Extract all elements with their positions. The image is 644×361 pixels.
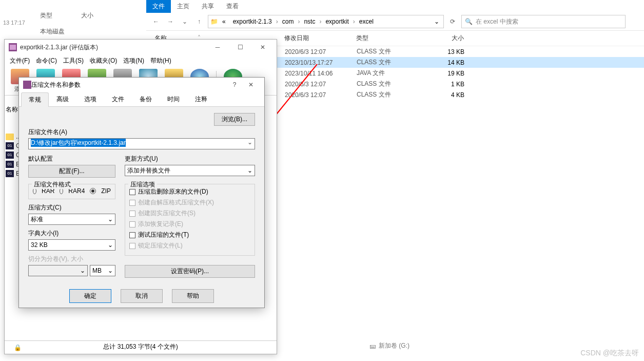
minimize-button[interactable]: ─ <box>208 42 227 53</box>
cancel-button[interactable]: 取消 <box>121 289 163 303</box>
drive-item[interactable]: 🖴 新加卷 (G:) <box>369 341 409 350</box>
archive-dialog: 压缩文件名和参数 ? ✕ 常规 高级 选项 文件 备份 时间 注释 浏览(B).… <box>18 77 265 308</box>
nav-back[interactable]: ← <box>150 16 162 27</box>
bg-size-label: 大小 <box>81 11 93 20</box>
tab-options[interactable]: 选项 <box>76 92 104 106</box>
search-icon: 🔍 <box>465 18 473 25</box>
split-size-select: ⌄ <box>28 265 88 276</box>
bc-pre[interactable]: « <box>219 17 229 26</box>
refresh-button[interactable]: ⟳ <box>447 16 458 27</box>
winrar-col-name[interactable]: 名称 <box>6 105 18 114</box>
update-mode-select[interactable]: 添加并替换文件⌄ <box>125 165 255 176</box>
tab-advanced[interactable]: 高级 <box>49 92 76 106</box>
tab-general[interactable]: 常规 <box>21 92 49 107</box>
password-button[interactable]: 设置密码(P)... <box>125 265 255 278</box>
radio-zip[interactable] <box>90 188 96 194</box>
ok-button[interactable]: 确定 <box>69 289 111 303</box>
winrar-title: exportkit-2.1.3.jar (评估版本) <box>20 43 205 52</box>
tab-time[interactable]: 时间 <box>160 92 187 106</box>
cb-test[interactable] <box>129 232 135 238</box>
tab-comment[interactable]: 注释 <box>187 92 215 106</box>
winrar-icon <box>23 81 31 89</box>
nav-up[interactable]: ↑ <box>193 16 205 27</box>
split-unit-select[interactable]: MB⌄ <box>90 265 115 276</box>
bg-timestamp: 13 17:17 <box>3 20 25 26</box>
method-select[interactable]: 标准⌄ <box>28 214 115 225</box>
lock-icon: 🔒 <box>14 344 22 351</box>
breadcrumb[interactable]: 📁 « exportkit-2.1.3› com› nstc› exportki… <box>208 15 444 28</box>
bg-type-label: 类型 <box>40 11 52 20</box>
nav-forward[interactable]: → <box>165 16 176 27</box>
search-placeholder: 在 excel 中搜索 <box>476 17 518 26</box>
browse-button[interactable]: 浏览(B)... <box>214 113 255 126</box>
dict-select[interactable]: 32 KB⌄ <box>28 239 115 251</box>
tab-home[interactable]: 主页 <box>171 0 196 13</box>
bc-3[interactable]: exportkit <box>322 17 352 26</box>
tab-share[interactable]: 共享 <box>196 0 220 13</box>
cb-recovery <box>129 221 135 227</box>
drive-icon: 🖴 <box>369 343 376 350</box>
dialog-title: 压缩文件名和参数 <box>31 81 227 89</box>
col-size[interactable]: 大小 <box>428 34 469 43</box>
menu-fav[interactable]: 收藏夹(O) <box>90 56 117 65</box>
archive-name-label: 压缩文件名(A) <box>28 128 255 137</box>
col-date[interactable]: 修改日期 <box>284 34 356 43</box>
menu-cmd[interactable]: 命令(C) <box>36 56 57 65</box>
tab-view[interactable]: 查看 <box>220 0 245 13</box>
bc-4[interactable]: excel <box>356 17 377 26</box>
menu-file[interactable]: 文件(F) <box>10 56 30 65</box>
close-button[interactable]: ✕ <box>253 42 272 53</box>
bg-trash: 本地磁盘 <box>40 27 65 36</box>
tab-files[interactable]: 文件 <box>104 92 132 106</box>
watermark: CSDN @吃茶去呀 <box>580 349 639 358</box>
tab-file[interactable]: 文件 <box>146 0 171 13</box>
bc-dropdown[interactable]: ⌄ <box>432 18 441 25</box>
cb-sfx <box>129 200 135 206</box>
dict-label: 字典大小(I) <box>28 229 115 238</box>
chevron-down-icon[interactable]: ⌄ <box>247 139 252 146</box>
cb-delete[interactable] <box>129 189 135 195</box>
winrar-icon <box>9 43 17 51</box>
archive-name-input[interactable]: D:\修改jar包内容\exportkit-2.1.3.jar⌄ <box>28 138 255 149</box>
maximize-button[interactable]: ☐ <box>230 42 250 53</box>
cb-lock <box>129 243 135 249</box>
split-label: 切分为分卷(V), 大小 <box>28 255 115 263</box>
menu-options[interactable]: 选项(N) <box>123 56 144 65</box>
cb-solid <box>129 211 135 217</box>
search-input[interactable]: 🔍 在 excel 中搜索 <box>461 15 626 28</box>
format-legend: 压缩文件格式 <box>32 180 73 189</box>
bc-0[interactable]: exportkit-2.1.3 <box>230 17 275 26</box>
profile-button[interactable]: 配置(F)... <box>28 165 115 178</box>
profile-label: 默认配置 <box>28 155 115 163</box>
folder-icon: 📁 <box>210 18 218 25</box>
tab-backup[interactable]: 备份 <box>132 92 160 106</box>
dialog-help-button[interactable]: ? <box>227 81 242 88</box>
help-button[interactable]: 帮助 <box>172 289 214 303</box>
svg-rect-2 <box>10 45 16 50</box>
options-legend: 压缩选项 <box>128 180 157 189</box>
svg-rect-3 <box>23 81 31 89</box>
bc-2[interactable]: nstc <box>301 17 318 26</box>
menu-help[interactable]: 帮助(H) <box>150 56 171 65</box>
method-label: 压缩方式(C) <box>28 203 115 212</box>
update-label: 更新方式(U) <box>125 155 255 163</box>
col-type[interactable]: 类型 <box>356 34 428 43</box>
chevron-down-icon: ⌄ <box>247 167 252 174</box>
dialog-close-button[interactable]: ✕ <box>242 81 260 88</box>
winrar-status: 总计 31,053 字节(4 个文件) <box>5 340 277 353</box>
bc-1[interactable]: com <box>279 17 297 26</box>
menu-tools[interactable]: 工具(S) <box>63 56 84 65</box>
nav-history-dropdown[interactable]: ⌄ <box>179 16 190 27</box>
